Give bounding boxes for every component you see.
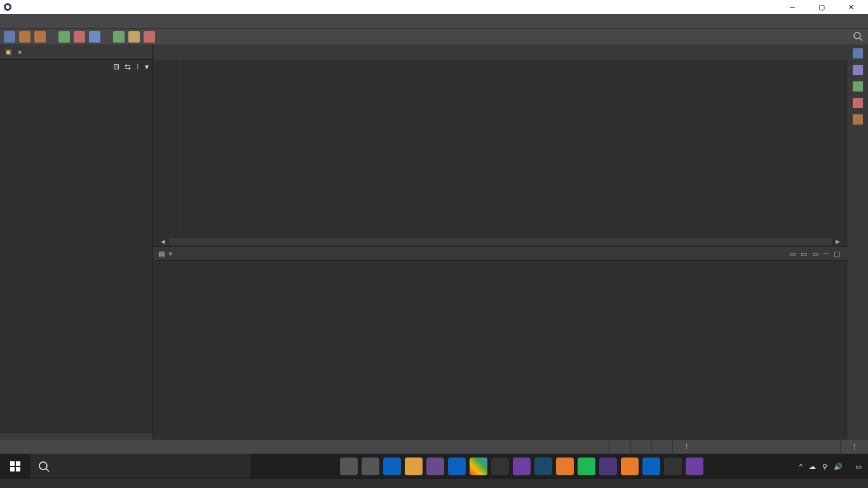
edge-icon[interactable] xyxy=(383,458,401,475)
svg-line-9 xyxy=(46,469,49,471)
editor-h-scroll[interactable]: ◄ ► xyxy=(153,236,848,247)
svg-line-3 xyxy=(860,38,862,41)
spotify-icon[interactable] xyxy=(578,458,595,475)
save-icon[interactable] xyxy=(19,31,31,43)
sidebar-h-scroll[interactable] xyxy=(0,433,153,440)
tray-wifi-icon[interactable]: ⚲ xyxy=(822,463,827,471)
new-icon[interactable] xyxy=(4,31,15,43)
windows-taskbar: ^ ☁ ⚲ 🔊 ▭ xyxy=(0,454,868,479)
window-title-bar: ─ ▢ ✕ xyxy=(0,0,868,14)
system-tray: ^ ☁ ⚲ 🔊 ▭ xyxy=(793,463,868,471)
console-body xyxy=(153,261,848,440)
app-icon-5[interactable] xyxy=(664,458,682,475)
app-icon-6[interactable] xyxy=(686,458,703,475)
status-bar: ⋮ ⋮ xyxy=(0,440,868,454)
console-icon: ▤ xyxy=(158,250,165,258)
problems-icon[interactable] xyxy=(853,98,863,108)
search-results-icon[interactable] xyxy=(853,114,863,125)
resume-icon[interactable] xyxy=(58,31,70,43)
search-icon xyxy=(38,461,50,472)
package-explorer-view: ▣ × ⊟ ⇆ ⫶ ▾ xyxy=(0,44,153,440)
stop-icon[interactable] xyxy=(74,31,85,43)
console-close-icon[interactable]: × xyxy=(168,250,172,257)
scroll-right-icon[interactable]: ► xyxy=(834,238,841,245)
task-view-icon[interactable] xyxy=(362,458,379,475)
maximize-button[interactable]: ▢ xyxy=(807,0,836,14)
view-menu-icon[interactable]: ▾ xyxy=(145,62,149,71)
cortana-icon[interactable] xyxy=(340,458,358,475)
taskbar-search-input[interactable] xyxy=(56,461,243,471)
terminate-icon[interactable] xyxy=(144,31,155,43)
chrome-icon[interactable] xyxy=(470,458,487,475)
package-tree[interactable] xyxy=(0,74,153,433)
status-menu-icon[interactable]: ⋮ xyxy=(672,440,700,454)
close-button[interactable]: ✕ xyxy=(836,0,865,14)
svg-point-1 xyxy=(6,5,10,9)
svg-rect-7 xyxy=(16,467,20,471)
start-button[interactable] xyxy=(0,454,31,479)
package-explorer-title: ▣ × xyxy=(0,44,153,60)
outline-icon[interactable] xyxy=(853,48,863,58)
task-list-icon[interactable] xyxy=(853,65,863,75)
notifications-icon[interactable]: ▭ xyxy=(855,463,862,471)
app-icon-2[interactable] xyxy=(513,458,531,475)
status-position xyxy=(651,440,672,454)
svg-rect-5 xyxy=(16,461,20,466)
right-trim xyxy=(848,44,868,440)
folder-icon: ▣ xyxy=(5,48,11,56)
console-maximize-icon[interactable]: ▢ xyxy=(834,250,840,258)
eclipse-taskbar-icon[interactable] xyxy=(599,458,617,475)
svg-point-8 xyxy=(39,462,47,470)
bookmarks-icon[interactable] xyxy=(853,81,863,92)
teams-icon[interactable] xyxy=(426,458,444,475)
status-insert xyxy=(630,440,651,454)
collapse-all-icon[interactable]: ⊟ xyxy=(113,62,119,71)
xampp-icon[interactable] xyxy=(556,458,574,475)
menu-bar xyxy=(0,14,868,28)
console-title-bar: ▤ × ▭ ▭ ▭ ─ ▢ xyxy=(153,247,848,261)
svg-rect-4 xyxy=(10,461,15,466)
taskbar-apps xyxy=(250,458,793,475)
minimize-button[interactable]: ─ xyxy=(778,0,807,14)
status-writable xyxy=(609,440,630,454)
main-toolbar xyxy=(0,28,868,44)
console-pin-icon[interactable]: ▭ xyxy=(789,250,796,258)
app-icon-4[interactable] xyxy=(642,458,660,475)
save-all-icon[interactable] xyxy=(34,31,46,43)
explorer-icon[interactable] xyxy=(405,458,423,475)
app-icon-1[interactable] xyxy=(491,458,509,475)
svg-point-2 xyxy=(854,32,860,39)
link-editor-icon[interactable]: ⇆ xyxy=(125,62,131,71)
mail-icon[interactable] xyxy=(448,458,466,475)
tray-volume-icon[interactable]: 🔊 xyxy=(834,463,843,471)
editor-area: ! ◄ ► ▤ × ▭ ▭ ▭ ─ xyxy=(153,44,848,440)
filter-icon[interactable]: ⫶ xyxy=(136,62,140,71)
app-icon-3[interactable] xyxy=(621,458,639,475)
code-editor[interactable]: ! xyxy=(153,60,848,236)
code-area[interactable] xyxy=(181,60,848,236)
run-icon[interactable] xyxy=(113,31,125,43)
eclipse-icon xyxy=(3,2,13,12)
view-toolbar: ⊟ ⇆ ⫶ ▾ xyxy=(0,60,153,74)
taskbar-search[interactable] xyxy=(31,454,250,479)
scroll-left-icon[interactable]: ◄ xyxy=(159,238,166,245)
console-minimize-icon[interactable]: ─ xyxy=(824,250,829,257)
debug-icon[interactable] xyxy=(128,31,140,43)
tray-cloud-icon[interactable]: ☁ xyxy=(809,463,816,471)
line-gutter xyxy=(153,60,181,236)
svg-rect-6 xyxy=(10,467,15,471)
editor-tab-bar xyxy=(153,44,848,60)
step-icon[interactable] xyxy=(89,31,100,43)
console-clear-icon[interactable]: ▭ xyxy=(801,250,807,258)
tip-icon[interactable]: ⋮ xyxy=(840,440,868,454)
close-view-icon[interactable]: × xyxy=(18,48,22,56)
tray-up-icon[interactable]: ^ xyxy=(799,463,803,470)
search-icon[interactable] xyxy=(853,31,864,43)
console-scroll-lock-icon[interactable]: ▭ xyxy=(812,250,818,258)
photoshop-icon[interactable] xyxy=(534,458,552,475)
